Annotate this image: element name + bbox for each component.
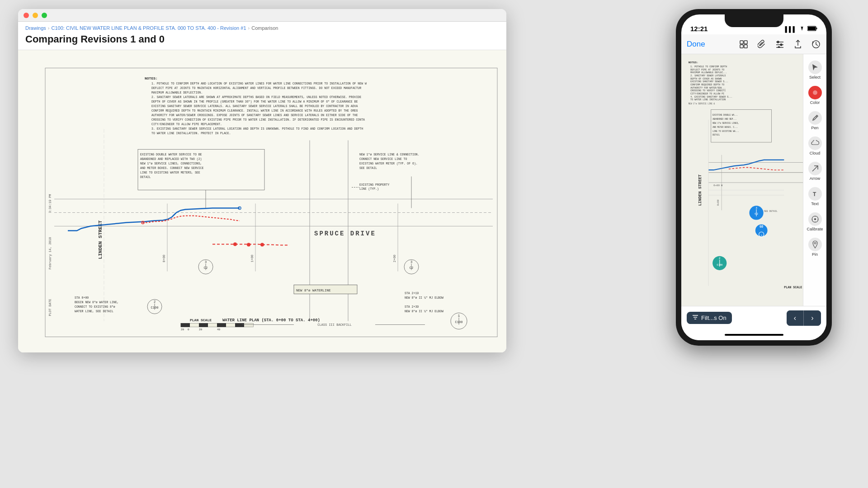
sliders-icon[interactable] xyxy=(775,39,785,49)
signal-icon: ▌▌▌ xyxy=(785,26,797,33)
phone-drawing: NOTES: 1. POTHOLE TO CONFIRM DEPTH DEFLE… xyxy=(681,54,826,306)
battery-icon xyxy=(807,26,817,33)
svg-text:MAXIMUM ALLOWABLE DEFLECTION.: MAXIMUM ALLOWABLE DEFLECTION. xyxy=(151,91,203,94)
pin-tool[interactable]: Pin xyxy=(804,235,826,259)
svg-text:C100: C100 xyxy=(717,263,723,266)
svg-text:AND METER BOXES. CONNECT NEW S: AND METER BOXES. CONNECT NEW SERVICE xyxy=(140,167,204,170)
done-button[interactable]: Done xyxy=(687,40,705,49)
svg-text:ABANDONED AND REP...: ABANDONED AND REP... xyxy=(712,118,736,120)
svg-text:STA 2+39: STA 2+39 xyxy=(405,305,419,309)
svg-rect-61 xyxy=(217,324,226,327)
select-tool-label: Select xyxy=(809,75,821,80)
svg-text:CLASS III BACKFILL: CLASS III BACKFILL xyxy=(317,323,352,327)
svg-text:3: 3 xyxy=(205,260,207,264)
svg-point-109 xyxy=(778,47,780,48)
share-icon[interactable] xyxy=(793,39,803,49)
breadcrumb: Drawings › C100: CIVIL NEW WATER LINE PL… xyxy=(25,25,499,31)
svg-rect-101 xyxy=(744,41,747,44)
window-titlebar xyxy=(18,9,506,22)
phone-bottom-bar: Filt...s On ‹ › xyxy=(681,306,826,329)
pen-tool-label: Pen xyxy=(811,126,818,130)
svg-text:C2: C2 xyxy=(410,266,413,270)
svg-text:PLAN SCALE: PLAN SCALE xyxy=(784,286,802,289)
svg-text:NOTES:: NOTES: xyxy=(689,61,698,64)
svg-text:AUTHORITY FOR WATER/SEWER CROS: AUTHORITY FOR WATER/SEWER CROSSINGS. EXP… xyxy=(151,114,358,117)
svg-line-159 xyxy=(812,166,818,171)
text-tool[interactable]: T Text xyxy=(804,184,826,209)
svg-text:CITY/ENGINEER TO ALLOW PIPE RE: CITY/ENGINEER TO ALLOW PIPE REPLACEMENT. xyxy=(151,123,222,126)
breadcrumb-drawings[interactable]: Drawings xyxy=(25,25,46,31)
svg-text:CONNECT NEW SERVICE LINE TO: CONNECT NEW SERVICE LINE TO xyxy=(359,158,407,161)
svg-text:2.  SANITARY SEWER LATERALS AR: 2. SANITARY SEWER LATERALS ARE SHOWN AT … xyxy=(151,96,361,99)
svg-text:NOTES:: NOTES: xyxy=(145,76,158,80)
pin-tool-label: Pin xyxy=(812,252,818,257)
cloud-tool-label: Cloud xyxy=(810,151,821,155)
window-content: NOTES: 1. POTHOLE TO CONFIRM DEPTH AND L… xyxy=(18,50,506,352)
svg-text:CITY/ENGINEER TO ALLOW PI: CITY/ENGINEER TO ALLOW PI xyxy=(690,93,724,95)
home-bar xyxy=(725,334,783,336)
svg-text:0: 0 xyxy=(188,328,189,331)
svg-text:AUTHORITY FOR WATER/SEW...: AUTHORITY FOR WATER/SEW... xyxy=(690,87,726,89)
phone-toolbar-top: Done xyxy=(681,34,826,54)
svg-text:February 14, 2018: February 14, 2018 xyxy=(48,237,52,269)
close-button[interactable] xyxy=(24,13,29,18)
svg-rect-62 xyxy=(226,324,235,327)
svg-text:60: 60 xyxy=(760,225,763,229)
next-button[interactable]: › xyxy=(804,310,821,326)
svg-text:C100: C100 xyxy=(151,306,159,310)
svg-point-105 xyxy=(777,41,779,43)
pen-tool[interactable]: Pen xyxy=(804,108,826,133)
svg-text:40: 40 xyxy=(217,328,221,331)
svg-text:C2: C2 xyxy=(755,212,758,215)
svg-text:CONNECT TO EXISTING 8"ø: CONNECT TO EXISTING 8"ø xyxy=(75,305,115,309)
color-tool-label: Color xyxy=(810,100,820,105)
svg-text:WATER LINE PLAN (STA. 0+00 TO : WATER LINE PLAN (STA. 0+00 TO STA. 4+00) xyxy=(222,318,320,323)
svg-text:CROSSING TO VERIFY CONDITI: CROSSING TO VERIFY CONDITI xyxy=(690,89,726,92)
arrow-tool[interactable]: Arrow xyxy=(804,159,826,183)
filter-icon xyxy=(692,314,698,321)
svg-rect-102 xyxy=(740,45,743,48)
svg-text:EXISTING SANITARY SEWER SERVIC: EXISTING SANITARY SEWER SERVICE LATERALS… xyxy=(151,105,358,108)
svg-text:NEW 1"ø SERVICE LINE & CONNECT: NEW 1"ø SERVICE LINE & CONNECTION. xyxy=(359,153,420,156)
svg-line-158 xyxy=(816,116,817,117)
mobile-phone: 12:21 ▌▌▌ Done xyxy=(676,9,832,346)
prev-button[interactable]: ‹ xyxy=(787,310,804,326)
svg-rect-57 xyxy=(181,324,190,327)
breadcrumb-drawing-name[interactable]: C100: CIVIL NEW WATER LINE PLAN & PROFIL… xyxy=(52,25,246,31)
history-icon[interactable] xyxy=(811,39,821,49)
svg-text:STA 2+19: STA 2+19 xyxy=(405,292,419,295)
minimize-button[interactable] xyxy=(33,13,38,18)
calibrate-tool[interactable]: Calibrate xyxy=(804,210,826,234)
phone-home-indicator xyxy=(681,329,826,340)
svg-rect-59 xyxy=(199,324,208,327)
svg-rect-98 xyxy=(808,27,816,30)
filter-label: Filt...s On xyxy=(701,314,726,321)
svg-point-166 xyxy=(814,219,816,220)
svg-rect-63 xyxy=(235,324,244,327)
svg-text:20: 20 xyxy=(181,328,184,331)
select-tool[interactable]: Select xyxy=(804,58,826,82)
svg-text:1: 1 xyxy=(458,314,460,318)
svg-text:DEPTH OF COVER AS SHOWN: DEPTH OF COVER AS SHOWN xyxy=(690,78,722,80)
svg-text:C2: C2 xyxy=(204,266,208,270)
color-tool[interactable]: Color xyxy=(804,83,826,108)
svg-text:TO WATER LINE INSTALLATION.  P: TO WATER LINE INSTALLATION. PROTECT IN P… xyxy=(151,132,231,135)
svg-rect-100 xyxy=(740,41,743,44)
svg-text:NEW 8"ø II ¼" MJ ELBOW: NEW 8"ø II ¼" MJ ELBOW xyxy=(405,310,443,313)
svg-rect-103 xyxy=(744,45,747,48)
svg-text:4.  EXISTING SANITARY SEWER S.: 4. EXISTING SANITARY SEWER S... xyxy=(690,96,732,99)
svg-text:PLOT DATE: PLOT DATE xyxy=(48,299,52,316)
grid-icon[interactable] xyxy=(739,39,749,49)
svg-text:DETAIL: DETAIL xyxy=(140,176,151,179)
paperclip-icon[interactable] xyxy=(757,39,767,49)
page-title: Comparing Revisions 1 and 0 xyxy=(25,33,499,45)
nav-arrows: ‹ › xyxy=(787,310,821,326)
svg-rect-58 xyxy=(190,324,199,327)
svg-text:DETAIL: DETAIL xyxy=(712,134,720,136)
svg-text:WATER LINE, SEE DETAIL: WATER LINE, SEE DETAIL xyxy=(75,310,113,313)
maximize-button[interactable] xyxy=(42,13,47,18)
svg-text:SPRUCE DRIVE: SPRUCE DRIVE xyxy=(314,230,376,237)
drawing-area[interactable]: NOTES: 1. POTHOLE TO CONFIRM DEPTH AND L… xyxy=(18,50,506,352)
filter-button[interactable]: Filt...s On xyxy=(687,312,732,324)
cloud-tool[interactable]: Cloud xyxy=(804,134,826,158)
